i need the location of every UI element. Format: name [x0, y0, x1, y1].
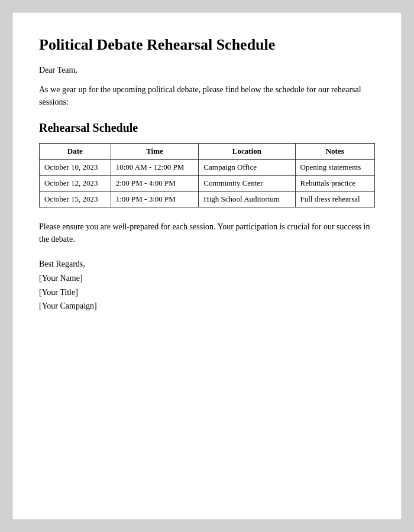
table-header-row: Date Time Location Notes: [40, 144, 375, 160]
cell-time-2: 2:00 PM - 4:00 PM: [111, 176, 199, 192]
col-header-date: Date: [40, 144, 111, 160]
cell-time-1: 10:00 AM - 12:00 PM: [111, 160, 199, 176]
cell-notes-1: Opening statements: [295, 160, 374, 176]
signature-line-2: [Your Name]: [39, 271, 375, 286]
closing-text: Please ensure you are well-prepared for …: [39, 220, 375, 245]
table-row: October 15, 2023 1:00 PM - 3:00 PM High …: [40, 192, 375, 207]
cell-notes-2: Rebuttals practice: [295, 176, 374, 192]
table-row: October 10, 2023 10:00 AM - 12:00 PM Cam…: [40, 160, 375, 176]
signature-line-1: Best Regards,: [39, 257, 375, 271]
signature-block: Best Regards, [Your Name] [Your Title] […: [39, 257, 375, 313]
col-header-location: Location: [199, 144, 295, 160]
cell-location-2: Community Center: [199, 176, 295, 192]
cell-location-1: Campaign Office: [199, 160, 295, 176]
table-row: October 12, 2023 2:00 PM - 4:00 PM Commu…: [40, 176, 375, 192]
document-container: Political Debate Rehearsal Schedule Dear…: [12, 12, 402, 520]
intro-text: As we gear up for the upcoming political…: [39, 83, 375, 108]
col-header-time: Time: [111, 144, 199, 160]
cell-date-2: October 12, 2023: [40, 176, 111, 192]
main-title: Political Debate Rehearsal Schedule: [39, 36, 375, 54]
cell-location-3: High School Auditorium: [199, 192, 295, 207]
greeting: Dear Team,: [39, 66, 375, 75]
cell-date-1: October 10, 2023: [40, 160, 111, 176]
signature-line-3: [Your Title]: [39, 286, 375, 300]
schedule-table: Date Time Location Notes October 10, 202…: [39, 143, 375, 207]
cell-notes-3: Full dress rehearsal: [295, 192, 374, 207]
section-title: Rehearsal Schedule: [39, 121, 375, 135]
cell-date-3: October 15, 2023: [40, 192, 111, 207]
signature-line-4: [Your Campaign]: [39, 299, 375, 313]
cell-time-3: 1:00 PM - 3:00 PM: [111, 192, 199, 207]
col-header-notes: Notes: [295, 144, 374, 160]
